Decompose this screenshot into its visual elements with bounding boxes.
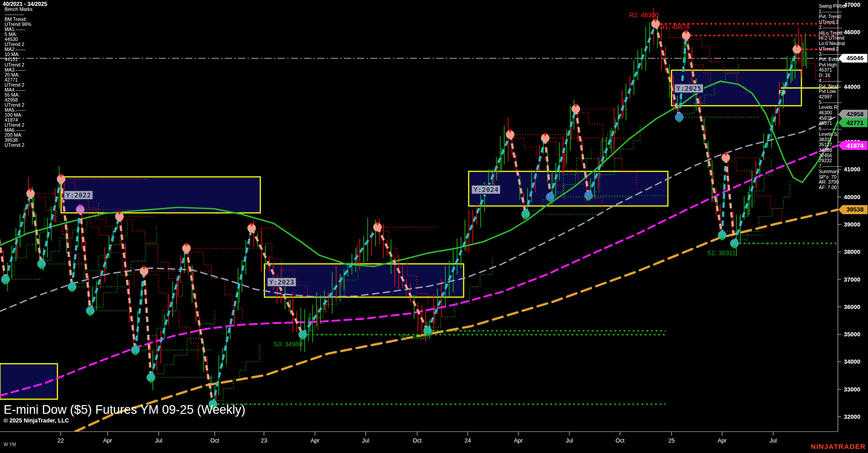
time-axis-label: Jul: [566, 438, 573, 444]
panel-line: Lo:0 Neutral: [819, 41, 846, 46]
price-axis-label: 38000: [844, 248, 860, 255]
time-axis-label: Oct: [413, 438, 422, 444]
level-label: R1: 45878: [660, 23, 690, 31]
price-axis-label: 39000: [844, 221, 860, 228]
ninjatrader-chart-window: F0R2: 46300R1: 45878S1: 38311S2: 35127S3…: [0, 0, 868, 453]
year-label: Y:2024: [474, 186, 499, 193]
time-axis-label: Oct: [210, 438, 219, 444]
symbol-interval-label: W YM: [4, 442, 16, 447]
time-axis-label: Apr: [310, 438, 319, 444]
plot-area[interactable]: F0R2: 46300R1: 45878S1: 38311S2: 35127S3…: [0, 8, 856, 432]
panel-line: Summary: [819, 169, 846, 175]
title-block: E-mini Dow ($5) Futures YM 09-25 (Weekly…: [4, 403, 245, 424]
swing-pivots-panel: Swing Pivots1.------------Pvt. Trend:UTr…: [819, 4, 846, 190]
up-swing-line: [5, 194, 31, 279]
price-axis-label: 40000: [844, 194, 860, 201]
panel-line: 42997: [819, 94, 846, 100]
panel-line: Levels S:: [819, 132, 846, 137]
panel-line: AF: 7.00: [819, 185, 846, 190]
price-chart[interactable]: F0R2: 46300R1: 45878S1: 38311S2: 35127S3…: [0, 0, 868, 453]
price-axis-label: 32000: [844, 413, 860, 420]
time-axis-label: Oct: [615, 438, 625, 444]
up-swing-line: [135, 271, 144, 350]
time-axis-label: Jul: [770, 438, 777, 444]
time-axis-label: 22: [57, 438, 64, 444]
ma-line-200ma: [75, 210, 838, 432]
time-axis-label: Apr: [718, 438, 726, 444]
price-badge-value: 45046: [847, 55, 864, 62]
time-axis-label: Jul: [155, 438, 162, 444]
panel-line: 4.------------: [819, 78, 846, 84]
ninjatrader-logo: NINJATRADER: [811, 443, 866, 451]
down-swing-line: [144, 271, 151, 377]
time-axis-label: Apr: [514, 438, 522, 444]
up-swing-line: [151, 248, 186, 377]
price-axis-label: 47000: [844, 1, 860, 8]
down-swing-line: [0, 202, 5, 279]
price-badge-value: 42771: [847, 119, 864, 126]
price-axis-label: 34000: [844, 358, 860, 365]
down-swing-line: [686, 36, 722, 235]
up-swing-line: [722, 158, 726, 235]
price-axis-label: 35000: [844, 331, 860, 338]
time-axis-label: Jul: [362, 438, 369, 444]
panel-line: 20 MA:: [5, 72, 32, 77]
price-badge-value: 41874: [847, 142, 864, 149]
time-axis-label: 24: [465, 438, 471, 444]
price-badge-value: 42958: [847, 111, 864, 118]
year-label: Y:2025: [677, 85, 702, 92]
panel-line: UTrend 2: [5, 143, 32, 148]
price-axis-label: 41000: [844, 166, 860, 173]
panel-line: 2.------------: [819, 25, 846, 31]
level-label: S2: 35127: [400, 333, 429, 340]
panel-line: 44151: [5, 57, 32, 62]
price-axis-label: 33000: [844, 386, 860, 393]
level-label: S1: 38311: [707, 249, 736, 257]
panel-line: Pvt. Evolve:: [819, 57, 846, 62]
level-label: R2: 46300: [629, 11, 659, 19]
panel-line: 34988: [819, 148, 846, 153]
fib-label: F0: [779, 89, 785, 96]
price-axis-label: 44000: [844, 83, 860, 90]
panel-line: UTrend 2: [5, 62, 32, 67]
year-label: Y:2023: [269, 278, 294, 286]
time-axis-label: Apr: [103, 438, 112, 444]
down-swing-line: [726, 158, 734, 243]
price-badge-value: 39538: [847, 206, 864, 213]
chart-title: E-mini Dow ($5) Futures YM 09-25 (Weekly…: [4, 403, 245, 417]
panel-line: MA3.------: [5, 67, 32, 72]
price-axis-label: 36000: [844, 304, 860, 310]
bench-marks-panel: Bench Marks------------BM Trend:UTrend 9…: [5, 7, 32, 148]
time-axis-label: 23: [261, 438, 267, 444]
level-label: S3: 34988: [274, 340, 303, 348]
price-axis-label: 37000: [844, 276, 860, 283]
down-swing-line: [119, 216, 135, 350]
panel-line: 46300: [819, 110, 846, 116]
up-swing-line: [90, 216, 119, 311]
copyright-label: © 2025 NinjaTrader, LLC: [4, 417, 245, 424]
year-label: Y:2022: [66, 191, 91, 199]
price-axis-label: 46000: [844, 29, 860, 36]
panel-line: Swing Pivots: [819, 4, 846, 9]
time-axis-label: 25: [668, 438, 675, 444]
